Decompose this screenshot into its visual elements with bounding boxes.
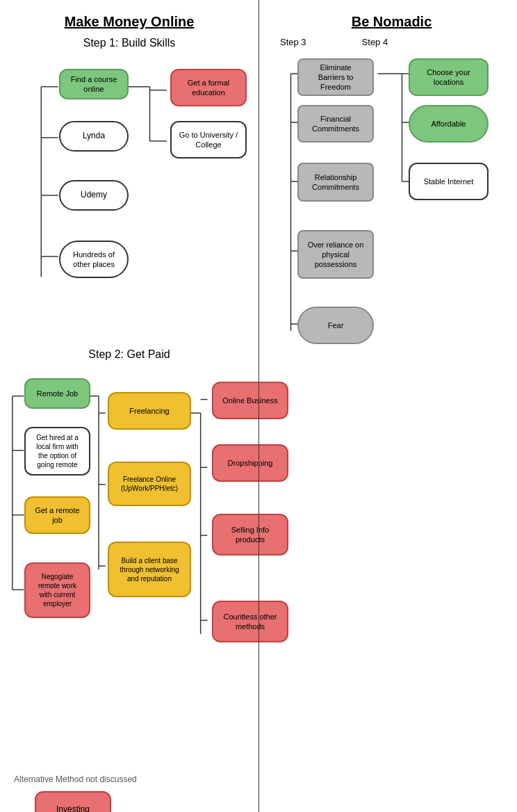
remote-job-node: Remote Job: [24, 378, 90, 409]
right-panel-title: Be Nomadic: [273, 14, 510, 30]
affordable-node: Affordable: [409, 105, 489, 143]
financial-node: Financial Commitments: [297, 105, 374, 143]
find-course-node: Find a course online: [59, 69, 129, 99]
build-client-node: Build a client base through networking a…: [108, 542, 191, 597]
alt-note: Alternative Method not discussed: [14, 774, 252, 784]
udemy-node: Udemy: [59, 180, 129, 211]
step2-section: Step 2: Get Paid: [7, 348, 252, 812]
over-reliance-node: Over reliance on physical possessions: [297, 230, 374, 279]
formal-edu-node: Get a formal education: [170, 69, 247, 106]
page-container: Make Money Online Step 1: Build Skills: [0, 0, 517, 812]
stable-internet-node: Stable Internet: [409, 163, 489, 200]
left-panel-title: Make Money Online: [7, 14, 252, 30]
step2-title: Step 2: Get Paid: [7, 348, 252, 361]
get-remote-node: Get a remote job: [24, 496, 90, 534]
fear-node: Fear: [297, 307, 374, 344]
hundreds-node: Hundreds of other places: [59, 241, 129, 278]
left-panel: Make Money Online Step 1: Build Skills: [0, 0, 258, 812]
relationship-node: Relationship Commitments: [297, 163, 374, 202]
step3-label: Step 3: [280, 37, 306, 47]
right-panel: Be Nomadic Step 3 Step 4: [258, 0, 517, 812]
negotiate-node: Negogiate remote work with current emplo…: [24, 562, 90, 618]
hired-local-node: Get hired at a local firm with the optio…: [24, 427, 90, 476]
eliminate-node: Eliminate Barriers to Freedom: [297, 58, 374, 96]
step1-title: Step 1: Build Skills: [7, 37, 252, 49]
alternative-section: Alternative Method not discussed Investi…: [14, 774, 252, 812]
freelance-online-node: Freelance Online (UpWork/PPH/etc): [108, 462, 191, 506]
choose-locations-node: Choose your locations: [409, 58, 489, 96]
investing-node: Investing: [35, 791, 111, 812]
lynda-node: Lynda: [59, 121, 129, 152]
university-node: Go to University / College: [170, 121, 247, 159]
freelancing-node: Freelancing: [108, 392, 191, 430]
step4-label: Step 4: [362, 37, 388, 47]
